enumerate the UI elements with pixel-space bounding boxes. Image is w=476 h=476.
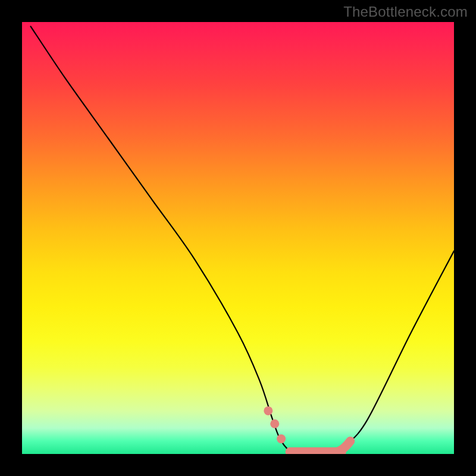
bottleneck-curve bbox=[31, 26, 455, 454]
highlight-band bbox=[264, 406, 350, 452]
svg-point-2 bbox=[277, 434, 286, 443]
svg-point-0 bbox=[264, 406, 273, 415]
chart-svg bbox=[22, 22, 454, 454]
svg-point-1 bbox=[270, 419, 279, 428]
chart-plot-area bbox=[22, 22, 454, 454]
watermark-text: TheBottleneck.com bbox=[343, 4, 468, 20]
